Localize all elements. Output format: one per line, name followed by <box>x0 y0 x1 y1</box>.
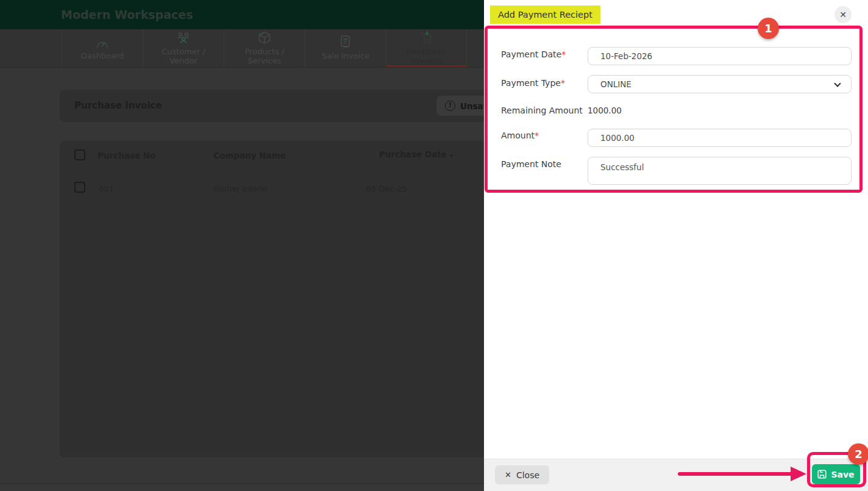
remaining-amount-label: Remaining Amount <box>501 106 583 115</box>
alert-icon: ! <box>445 101 455 111</box>
tab-products-services[interactable]: Products / Services <box>224 29 305 67</box>
required-mark: * <box>561 49 566 59</box>
cell-purchase-no: 001 <box>99 184 114 193</box>
close-button[interactable]: ✕ Close <box>495 465 549 484</box>
cell-purchase-date: 05-Dec-25 <box>366 184 407 193</box>
remaining-amount-value: 1000.00 <box>588 106 622 115</box>
payment-type-select[interactable]: ONLINE <box>588 75 852 93</box>
payment-date-label: Payment Date* <box>501 49 566 59</box>
sort-desc-icon: ▾ <box>450 152 454 159</box>
purchase-cart-icon <box>419 32 435 45</box>
tab-sale-invoice[interactable]: Sale Invoice <box>305 29 386 67</box>
page-title: Purchase Invoice <box>74 90 162 122</box>
add-payment-drawer: Add Payment Reciept ✕ Payment Date* Paym… <box>484 0 868 491</box>
sale-invoice-icon <box>339 36 352 49</box>
tab-customer-vendor[interactable]: Customer / Vendor <box>143 29 224 67</box>
drawer-title: Add Payment Reciept <box>490 5 600 24</box>
payment-note-textarea[interactable]: Successful <box>588 157 852 185</box>
close-x-icon: ✕ <box>505 470 511 479</box>
tab-dashboard[interactable]: Dashboard <box>62 29 143 67</box>
drawer-footer: ✕ Close Save <box>484 459 868 491</box>
amount-input[interactable] <box>588 129 852 147</box>
col-header-purchase-no: Purchase No <box>98 151 155 160</box>
payment-type-label: Payment Type* <box>501 78 565 88</box>
save-floppy-icon <box>817 470 827 479</box>
required-mark: * <box>561 78 565 88</box>
amount-label: Amount* <box>501 131 539 140</box>
app-title: Modern Workspaces <box>61 0 193 29</box>
customer-vendor-icon <box>176 32 191 45</box>
save-button[interactable]: Save <box>812 464 860 484</box>
cell-company-name: Godrej Interio <box>213 184 268 193</box>
products-box-icon <box>257 32 272 45</box>
select-all-checkbox[interactable] <box>74 149 85 160</box>
col-header-company-name: Company Name <box>213 151 286 160</box>
close-icon[interactable]: ✕ <box>834 6 852 23</box>
col-header-purchase-date[interactable]: Purchase Date▾ <box>379 149 453 159</box>
screen: Modern Workspaces Dashboard Customer / V… <box>0 0 868 491</box>
payment-note-label: Payment Note <box>501 159 561 169</box>
required-mark: * <box>535 131 539 140</box>
tab-purchase-invoice[interactable]: Purchase Invoice <box>386 29 467 67</box>
payment-date-input[interactable] <box>588 47 852 65</box>
row-checkbox[interactable] <box>74 182 85 193</box>
chevron-down-icon <box>834 80 841 87</box>
dashboard-gauge-icon <box>95 36 110 49</box>
